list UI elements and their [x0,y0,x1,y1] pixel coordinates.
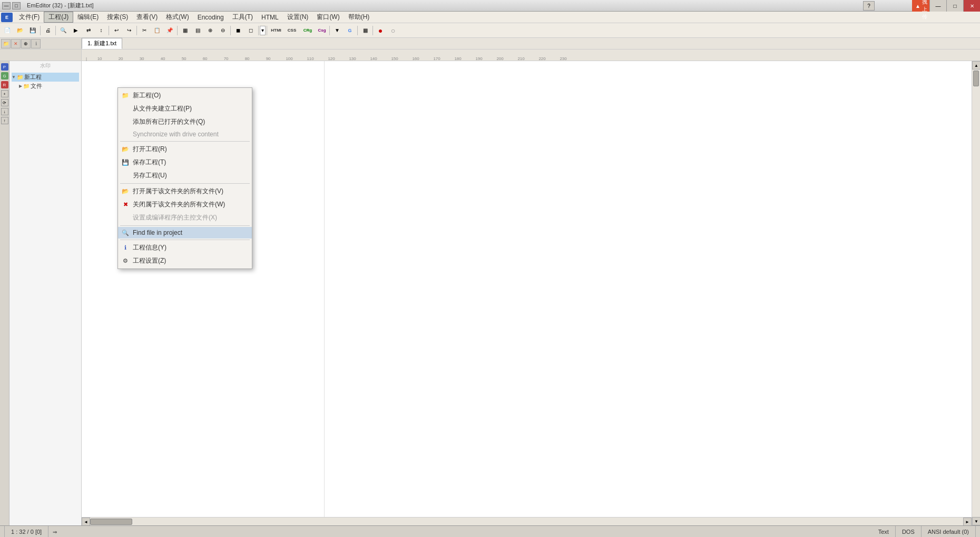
toolbar-sep9 [329,26,330,35]
toolbar-extra1[interactable]: HTMI [269,25,283,36]
tree-item-project[interactable]: ▼ 📁 新工程 [12,73,79,82]
toolbar-sep10 [357,26,358,35]
toolbar-sep3 [109,26,109,35]
ctx-close-all-folder[interactable]: ✖ 关闭属于该文件夹的所有文件(W) [118,198,252,211]
tab-new1[interactable]: 1. 新建1.txt [82,38,122,49]
toolbar-btn1[interactable]: ▦ [179,25,191,36]
toolbar-sep5 [177,26,178,35]
menu-project[interactable]: 工程(J) [44,12,73,23]
toolbar-replace[interactable]: ⇄ [83,25,94,36]
tab-bar-container: 📁 ✕ ⊕ ℹ 1. 新建1.txt [0,38,980,49]
ctx-sync-label: Synchronize with drive content [133,131,219,138]
toolbar-filter[interactable]: ▼ [331,25,343,36]
editor-area[interactable]: 📁 新工程(O) 从文件夹建立工程(P) 添加所有已打开的文件(Q) Synch… [82,61,972,525]
ctx-save-project[interactable]: 💾 保存工程(T) [118,156,252,169]
menu-format[interactable]: 格式(W) [162,12,193,23]
toolbar-btn3[interactable]: ⊕ [204,25,216,36]
toolbar-btn2[interactable]: ▤ [192,25,203,36]
toolbar-paste[interactable]: 📌 [164,25,175,36]
menu-bar: E 文件(F) 工程(J) 编辑(E) 搜索(S) 查看(V) 格式(W) En… [0,12,980,23]
ctx-project-info-label: 工程信息(Y) [133,243,166,252]
toolbar-marker2[interactable]: ◻ [245,25,257,36]
menu-search[interactable]: 搜索(S) [103,12,132,23]
ctx-project-info[interactable]: ℹ 工程信息(Y) [118,241,252,254]
tree-item-files[interactable]: ▶ 📁 文件 [12,82,79,91]
horizontal-scrollbar: ◄ ► [82,517,972,525]
toolbar-find[interactable]: 🔍 [57,25,69,36]
scroll-track [972,69,980,517]
toolbar-extra4[interactable]: Csg [316,25,328,36]
icon-extra2[interactable]: ⟳ [1,99,8,106]
toolbar-grid[interactable]: ▦ [359,25,371,36]
window-maximize[interactable]: □ [946,0,963,12]
menu-file[interactable]: 文件(F) [15,12,44,23]
toolbar-sep1 [40,26,41,35]
menu-window[interactable]: 窗口(W) [312,12,344,23]
hscroll-left-button[interactable]: ◄ [82,518,90,526]
ctx-add-open[interactable]: 添加所有已打开的文件(Q) [118,115,252,128]
toolbar-google[interactable]: G [344,25,356,36]
proj-toolbar-btn2[interactable]: ✕ [11,39,21,48]
toolbar-cut[interactable]: ✂ [139,25,150,36]
menu-encoding[interactable]: Encoding [193,12,228,23]
scroll-thumb[interactable] [973,71,979,86]
toolbar-undo[interactable]: ↩ [111,25,122,36]
toolbar-new[interactable]: 📄 [2,25,13,36]
icon-extra4[interactable]: ↑ [1,117,8,124]
toolbar-copy[interactable]: 📋 [151,25,163,36]
menu-view[interactable]: 查看(V) [132,12,162,23]
toolbar-extra2[interactable]: CSS [285,25,299,36]
menu-help[interactable]: 帮助(H) [344,12,374,23]
toolbar-dot1[interactable]: ● [375,25,386,36]
maximize-button[interactable]: □ [12,2,21,9]
proj-toolbar-btn1[interactable]: 📁 [1,39,11,48]
toolbar-dot2[interactable]: ○ [387,25,399,36]
title-bar: — □ EmEditor (32) - [新建1.txt] ? ▲ 拖拽上传 —… [0,0,980,12]
toolbar-find-next[interactable]: ▶ [70,25,82,36]
scroll-up-button[interactable]: ▲ [972,61,980,69]
ruler-container: | 10 20 30 40 50 60 70 80 90 100 110 120… [0,49,980,61]
scroll-down-button[interactable]: ▼ [972,517,980,525]
ctx-new-project[interactable]: 📁 新工程(O) [118,89,252,102]
window-minimize[interactable]: — [929,0,946,12]
application-window: — □ EmEditor (32) - [新建1.txt] ? ▲ 拖拽上传 —… [0,0,980,537]
minimize-button[interactable]: — [2,2,11,9]
sidebar-watermark: 水印 [9,61,81,71]
ctx-saveas-project[interactable]: 另存工程(U) [118,169,252,182]
icon-extra1[interactable]: + [1,90,8,97]
icon-extra3[interactable]: ↓ [1,108,8,115]
ctx-from-folder[interactable]: 从文件夹建立工程(P) [118,102,252,115]
menu-settings[interactable]: 设置(N) [283,12,313,23]
ctx-sep3 [120,225,250,226]
icon-red[interactable]: R [1,81,8,88]
proj-toolbar-btn4[interactable]: ℹ [31,39,41,48]
toolbar-print[interactable]: 🖨 [42,25,54,36]
app-icon: E [1,13,13,22]
help-button[interactable]: ? [863,1,875,11]
hscroll-thumb[interactable] [90,519,132,525]
ctx-open-all-folder[interactable]: 📂 打开属于该文件夹的所有文件(V) [118,185,252,198]
toolbar-btn4[interactable]: ⊖ [217,25,229,36]
toolbar-open[interactable]: 📂 [14,25,26,36]
toolbar-redo[interactable]: ↪ [123,25,135,36]
icon-project[interactable]: P [1,63,8,71]
ctx-info-icon: ℹ [121,244,130,251]
ctx-project-settings[interactable]: ⚙ 工程设置(Z) [118,254,252,267]
menu-html[interactable]: HTML [257,12,283,23]
toolbar-save[interactable]: 💾 [27,25,38,36]
hscroll-right-button[interactable]: ► [963,518,972,526]
ctx-find-file[interactable]: 🔍 Find file in project [118,227,252,238]
icon-green[interactable]: G [1,72,8,79]
toolbar-jump[interactable]: ↕ [95,25,107,36]
toolbar-dropdown1[interactable]: ▾ [260,26,266,35]
proj-toolbar-btn3[interactable]: ⊕ [21,39,31,48]
toolbar-marker1[interactable]: ◼ [232,25,244,36]
status-line-ending: DOS [896,526,922,537]
menu-edit[interactable]: 编辑(E) [73,12,103,23]
toolbar-extra3[interactable]: CRg [300,25,315,36]
menu-tools[interactable]: 工具(T) [228,12,257,23]
ctx-sep1 [120,141,250,142]
ctx-open-project[interactable]: 📂 打开工程(R) [118,143,252,156]
window-close[interactable]: ✕ [963,0,980,12]
upload-button[interactable]: ▲ 拖拽上传 [913,0,929,12]
